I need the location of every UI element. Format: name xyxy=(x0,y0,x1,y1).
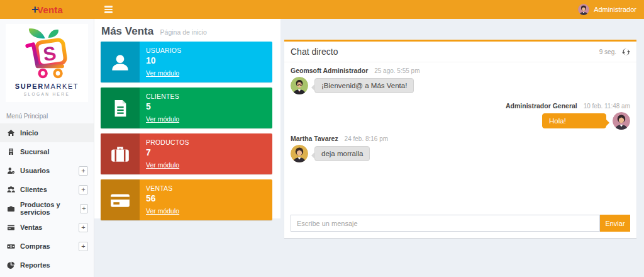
stat-label: CLIENTES xyxy=(146,93,179,100)
sidebar-item-compras[interactable]: Compras + xyxy=(0,237,94,256)
ver-modulo-clientes-link[interactable]: Ver módulo xyxy=(146,115,179,123)
sidebar-item-clientes[interactable]: Clientes + xyxy=(0,180,94,199)
sidebar-item-ventas[interactable]: Ventas + xyxy=(0,218,94,237)
users-icon xyxy=(7,186,15,194)
expand-usuarios-button[interactable]: + xyxy=(79,166,88,176)
chat-message: Geomsoft Administrador 25 ago. 5:55 pm xyxy=(291,67,630,94)
building-icon xyxy=(7,148,15,156)
brand-logo[interactable]: +Venta xyxy=(0,0,94,19)
expand-ventas-button[interactable]: + xyxy=(79,223,88,232)
message-avatar xyxy=(291,145,308,162)
top-navbar: +Venta Administrador xyxy=(0,0,644,19)
document-icon xyxy=(101,88,140,128)
stat-value: 7 xyxy=(146,147,189,157)
sidebar-item-productos[interactable]: Productos y servicios + xyxy=(0,199,94,218)
stat-card-clientes: CLIENTES 5 Ver módulo xyxy=(101,88,272,128)
stat-label: PRODUCTOS xyxy=(146,138,189,146)
ver-modulo-ventas-link[interactable]: Ver módulo xyxy=(146,207,179,215)
stat-card-productos: PRODUCTOS 7 Ver módulo xyxy=(101,133,272,174)
sidebar-item-inicio[interactable]: Inicio xyxy=(0,123,94,142)
expand-clientes-button[interactable]: + xyxy=(79,185,88,195)
message-avatar xyxy=(291,77,308,94)
page-subtitle: Página de inicio xyxy=(160,28,207,36)
stat-card-usuarios: USUARIOS 10 Ver módulo xyxy=(101,42,272,82)
message-author: Geomsoft Administrador xyxy=(291,67,368,74)
user-name-label: Administrador xyxy=(594,6,636,13)
stat-label: USUARIOS xyxy=(146,47,181,54)
sidebar: S SUPERMARKET SLOGAN HERE Menú Principal… xyxy=(0,19,94,277)
content-area: Más Venta Página de inicio USUARIOS 10 V… xyxy=(94,19,644,277)
money-icon xyxy=(7,242,15,251)
refresh-icon[interactable] xyxy=(622,48,630,56)
sidebar-item-sucursal[interactable]: Sucursal xyxy=(0,142,94,161)
stat-value: 5 xyxy=(146,101,179,111)
chat-refresh-interval: 9 seg. xyxy=(599,48,616,55)
logo-title: SUPERMARKET xyxy=(7,82,87,90)
user-icon xyxy=(101,42,140,82)
message-time: 10 feb. 11:48 am xyxy=(584,103,630,110)
page-header: Más Venta Página de inicio xyxy=(94,19,280,39)
briefcase-icon xyxy=(101,133,140,174)
brand-name: Venta xyxy=(37,4,63,15)
credit-card-icon xyxy=(101,179,140,220)
stat-value: 10 xyxy=(146,55,181,65)
chat-message: Martha Tavarez 24 feb. 8:16 pm xyxy=(291,135,630,162)
page-title: Más Venta xyxy=(101,25,153,37)
message-time: 25 ago. 5:55 pm xyxy=(374,67,419,74)
chat-message-input[interactable] xyxy=(291,215,600,232)
briefcase-icon xyxy=(7,205,15,213)
send-button[interactable]: Enviar xyxy=(600,215,630,232)
company-logo: S SUPERMARKET SLOGAN HERE xyxy=(6,24,88,102)
user-menu[interactable]: Administrador xyxy=(578,0,636,19)
message-bubble: ¡Bienvenid@ a Más Venta! xyxy=(314,78,414,93)
sidebar-item-usuarios[interactable]: Usuarios + xyxy=(0,161,94,180)
chat-title: Chat directo xyxy=(291,47,599,57)
supermarket-cart-logo: S xyxy=(19,27,75,79)
sidebar-toggle-button[interactable] xyxy=(97,0,119,19)
direct-chat-panel: Chat directo 9 seg. Geomsoft Administrad… xyxy=(284,40,636,238)
chat-message: Administrador General 10 feb. 11:48 am H… xyxy=(291,102,630,130)
message-bubble: Hola! xyxy=(542,113,606,128)
ver-modulo-productos-link[interactable]: Ver módulo xyxy=(146,161,179,169)
pie-chart-icon xyxy=(7,261,15,269)
expand-compras-button[interactable]: + xyxy=(79,242,88,251)
menu-section-label: Menú Principal xyxy=(6,113,94,120)
chat-messages: Geomsoft Administrador 25 ago. 5:55 pm xyxy=(284,62,636,162)
message-time: 24 feb. 8:16 pm xyxy=(345,135,389,142)
message-author: Martha Tavarez xyxy=(291,135,338,142)
expand-productos-button[interactable]: + xyxy=(80,204,88,213)
chat-footer: Enviar xyxy=(284,208,636,238)
sidebar-item-reportes[interactable]: Reportes xyxy=(0,256,94,274)
home-icon xyxy=(7,129,15,137)
message-bubble: deja morralla xyxy=(314,146,370,161)
ver-modulo-usuarios-link[interactable]: Ver módulo xyxy=(146,69,179,77)
svg-text:S: S xyxy=(42,42,57,66)
user-gear-icon xyxy=(7,167,15,175)
main-menu: Inicio Sucursal Usuarios + Clientes + Pr… xyxy=(0,123,94,274)
stat-label: VENTAS xyxy=(146,184,179,192)
credit-card-icon xyxy=(7,223,15,232)
stat-value: 56 xyxy=(146,193,179,203)
message-avatar xyxy=(613,112,630,130)
stats-column: Más Venta Página de inicio USUARIOS 10 V… xyxy=(94,19,280,218)
chat-header: Chat directo 9 seg. xyxy=(284,42,636,62)
stat-card-ventas: VENTAS 56 Ver módulo xyxy=(101,179,272,220)
logo-slogan: SLOGAN HERE xyxy=(7,92,87,96)
message-author: Administrador General xyxy=(506,102,577,110)
user-avatar xyxy=(578,4,589,15)
